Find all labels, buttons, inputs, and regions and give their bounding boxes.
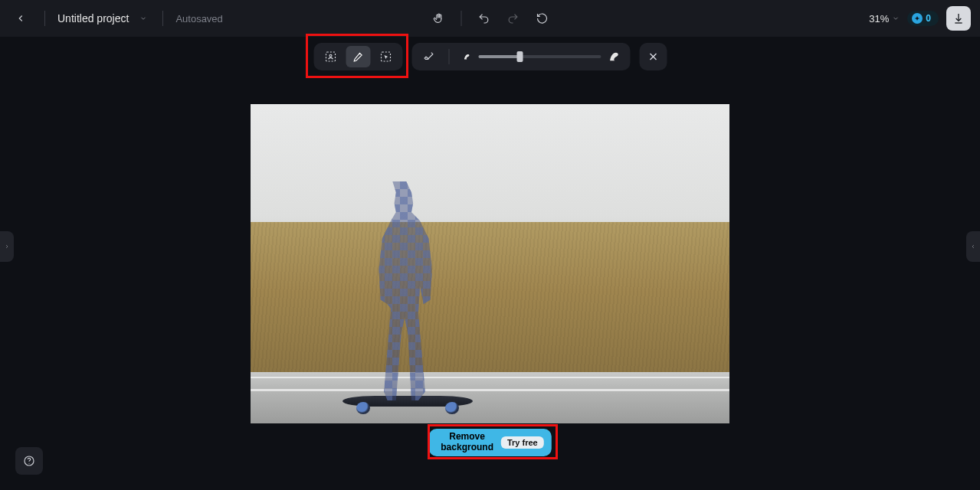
- credits-icon: [912, 13, 923, 24]
- project-title[interactable]: Untitled project: [57, 12, 129, 24]
- top-bar-center: [427, 7, 553, 30]
- try-free-badge: Try free: [501, 436, 544, 449]
- divider: [448, 49, 449, 64]
- project-menu-chevron-icon[interactable]: [136, 11, 150, 25]
- credits-count: 0: [926, 13, 931, 24]
- divider: [44, 11, 45, 26]
- back-button[interactable]: [9, 7, 32, 30]
- canvas-road: [251, 372, 729, 423]
- subject-select-button[interactable]: [318, 46, 343, 67]
- divider: [162, 11, 163, 26]
- brush-large-icon: [607, 50, 621, 64]
- close-toolbar-group: [639, 43, 667, 70]
- top-bar-right: 31% 0: [869, 6, 971, 31]
- download-button[interactable]: [946, 6, 971, 31]
- divider: [461, 11, 461, 26]
- credits-pill[interactable]: 0: [907, 11, 939, 26]
- pan-hand-button[interactable]: [427, 7, 450, 30]
- help-button[interactable]: [15, 447, 43, 475]
- svg-point-7: [28, 463, 29, 464]
- brush-size-control: [457, 50, 625, 64]
- chevron-down-icon: [892, 15, 900, 22]
- zoom-value: 31%: [869, 13, 889, 24]
- undo-button[interactable]: [472, 7, 495, 30]
- selection-mode-group: [313, 43, 402, 70]
- eraser-button[interactable]: [416, 46, 441, 67]
- expand-left-panel[interactable]: [0, 231, 14, 262]
- top-bar: Untitled project Autosaved 31%: [0, 0, 980, 37]
- brush-size-slider[interactable]: [478, 55, 601, 58]
- slider-fill: [478, 55, 519, 58]
- autosave-status: Autosaved: [175, 13, 222, 24]
- svg-marker-0: [915, 16, 920, 21]
- expand-right-panel[interactable]: [966, 231, 980, 262]
- remove-background-button[interactable]: Remove background Try free: [428, 429, 551, 456]
- close-toolbar-button[interactable]: [641, 46, 665, 67]
- selection-mask: [362, 181, 447, 400]
- redo-button: [501, 7, 524, 30]
- lasso-select-button[interactable]: [373, 46, 398, 67]
- top-bar-left: Untitled project Autosaved: [9, 7, 223, 30]
- reset-button[interactable]: [530, 7, 553, 30]
- slider-thumb[interactable]: [516, 51, 523, 62]
- svg-point-2: [329, 54, 332, 57]
- brush-select-button[interactable]: [346, 46, 370, 67]
- canvas-field: [251, 222, 729, 372]
- zoom-select[interactable]: 31%: [869, 13, 900, 24]
- remove-background-label: Remove background: [441, 432, 493, 453]
- canvas[interactable]: [251, 104, 729, 423]
- brush-small-icon: [461, 51, 472, 62]
- selection-toolbar: [313, 43, 667, 70]
- canvas-person-selection: [362, 181, 447, 400]
- brush-options-group: [411, 43, 630, 70]
